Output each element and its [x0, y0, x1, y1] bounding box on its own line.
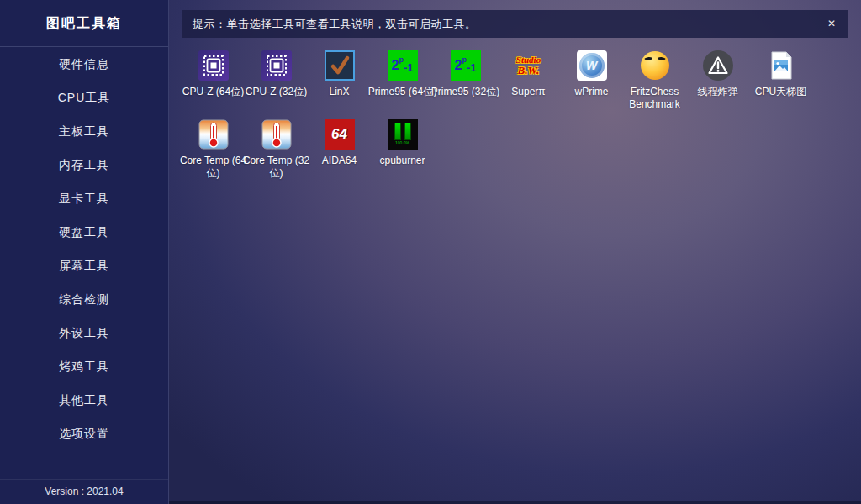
tool-superpi[interactable]: Studio B.W. Superπ	[497, 50, 560, 119]
tool-label: Core Temp (32位)	[241, 155, 312, 180]
sidebar: 图吧工具箱 硬件信息 CPU工具 主板工具 内存工具 显卡工具 硬盘工具 屏幕工…	[0, 0, 169, 504]
prime95-base: 2	[455, 58, 462, 73]
cpuburner-bar	[394, 123, 401, 140]
sidebar-item-stress-tools[interactable]: 烤鸡工具	[0, 349, 168, 383]
tool-coretemp-64[interactable]: Core Temp (64位)	[182, 119, 245, 188]
linx-checkmark-icon	[325, 50, 355, 81]
tool-prime95-32[interactable]: 2p-1 Prime95 (32位)	[434, 50, 497, 119]
tool-label: CPU-Z (64位)	[178, 86, 249, 98]
prime95-base: 2	[392, 58, 399, 73]
tool-cpuz-64[interactable]: CPU-Z (64位)	[182, 50, 245, 119]
wprime-globe: W	[579, 53, 605, 78]
cpuburner-icon: 100.0%	[388, 119, 418, 150]
fritzchess-smiley-icon	[640, 50, 670, 81]
tool-label: Prime95 (64位)	[367, 86, 438, 98]
tool-label: CPU-Z (32位)	[241, 86, 312, 98]
superpi-logo-icon: Studio B.W.	[514, 50, 544, 81]
tool-label: wPrime	[557, 86, 627, 98]
prime95-icon: 2p-1	[388, 50, 418, 81]
sidebar-item-disk-tools[interactable]: 硬盘工具	[0, 215, 168, 249]
close-button[interactable]: ✕	[819, 13, 844, 35]
image-file-icon	[766, 50, 796, 81]
app-title: 图吧工具箱	[0, 0, 168, 47]
prime95-rest: -1	[467, 61, 477, 74]
smiley-face	[641, 51, 669, 80]
prime95-icon: 2p-1	[451, 50, 481, 81]
smiley-brow-left	[642, 56, 654, 65]
cpuz-icon	[198, 50, 229, 81]
hint-bar: 提示：单击选择工具可查看工具说明，双击可启动工具。	[182, 10, 848, 38]
tool-thread-bomb[interactable]: 线程炸弹	[686, 50, 749, 119]
warning-triangle-icon	[703, 50, 733, 81]
sidebar-nav: 硬件信息 CPU工具 主板工具 内存工具 显卡工具 硬盘工具 屏幕工具 综合检测…	[0, 47, 168, 450]
cpuburner-bar	[404, 123, 411, 140]
tool-label: 线程炸弹	[683, 86, 753, 98]
tool-cpuburner[interactable]: 100.0% cpuburner	[371, 119, 434, 188]
cpuz-icon	[261, 50, 292, 81]
tool-wprime[interactable]: W wPrime	[560, 50, 623, 119]
sidebar-item-other-tools[interactable]: 其他工具	[0, 383, 168, 417]
sidebar-item-comprehensive-test[interactable]: 综合检测	[0, 282, 168, 316]
sidebar-item-memory-tools[interactable]: 内存工具	[0, 148, 168, 181]
sidebar-item-hardware-info[interactable]: 硬件信息	[0, 47, 168, 81]
tool-grid: CPU-Z (64位) CPU-Z (32位)	[182, 50, 846, 188]
wprime-letter: W	[586, 59, 597, 72]
sidebar-item-motherboard-tools[interactable]: 主板工具	[0, 114, 168, 148]
minimize-button[interactable]: −	[789, 13, 814, 35]
tool-label: CPU天梯图	[746, 86, 816, 98]
tool-fritzchess[interactable]: FritzChess Benchmark	[623, 50, 686, 119]
tool-label: Superπ	[494, 86, 564, 98]
sidebar-item-cpu-tools[interactable]: CPU工具	[0, 81, 168, 114]
sidebar-item-options[interactable]: 选项设置	[0, 417, 168, 450]
coretemp-thermometer-icon	[261, 119, 292, 150]
hint-text: 提示：单击选择工具可查看工具说明，双击可启动工具。	[182, 17, 477, 32]
prime95-rest: -1	[404, 61, 414, 74]
sidebar-item-screen-tools[interactable]: 屏幕工具	[0, 249, 168, 282]
sidebar-item-gpu-tools[interactable]: 显卡工具	[0, 181, 168, 215]
tool-coretemp-32[interactable]: Core Temp (32位)	[245, 119, 308, 188]
wprime-icon: W	[577, 50, 607, 81]
tool-aida64[interactable]: 64 AIDA64	[308, 119, 371, 188]
tool-linx[interactable]: LinX	[308, 50, 371, 119]
tool-label: Core Temp (64位)	[178, 155, 249, 180]
aida64-text: 64	[331, 126, 347, 143]
smiley-brow-right	[655, 56, 667, 65]
cpuburner-bars	[394, 123, 411, 140]
app-window: 图吧工具箱 硬件信息 CPU工具 主板工具 内存工具 显卡工具 硬盘工具 屏幕工…	[0, 0, 861, 504]
tool-cpuz-32[interactable]: CPU-Z (32位)	[245, 50, 308, 119]
tool-label: FritzChess Benchmark	[620, 86, 690, 111]
tool-prime95-64[interactable]: 2p-1 Prime95 (64位)	[371, 50, 434, 119]
sidebar-item-peripheral-tools[interactable]: 外设工具	[0, 316, 168, 349]
coretemp-thermometer-icon	[198, 119, 229, 150]
version-label: Version : 2021.04	[0, 479, 168, 504]
tool-label: Prime95 (32位)	[430, 86, 501, 98]
cpuburner-percent-text: 100.0%	[395, 141, 409, 145]
tool-label: LinX	[304, 86, 375, 98]
superpi-text-line2: B.W.	[518, 65, 540, 76]
aida64-icon: 64	[325, 119, 355, 150]
tool-cpu-ladder[interactable]: CPU天梯图	[749, 50, 812, 119]
tool-label: cpuburner	[367, 155, 438, 167]
main-area: 提示：单击选择工具可查看工具说明，双击可启动工具。 − ✕	[169, 0, 861, 504]
tool-label: AIDA64	[304, 155, 375, 167]
